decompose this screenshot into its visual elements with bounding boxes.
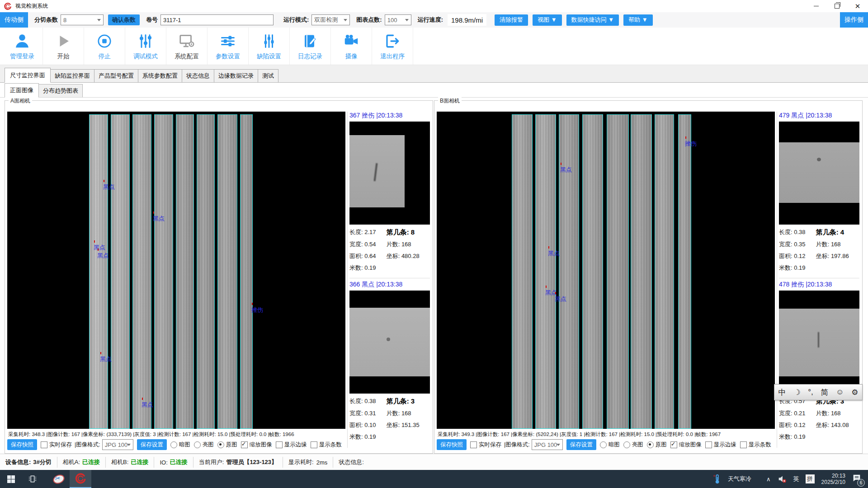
task-view-button[interactable]	[22, 470, 43, 488]
start-button[interactable]	[0, 470, 22, 488]
image-format-label: |图像格式:	[75, 441, 100, 449]
defect-thumbnail	[779, 291, 859, 394]
strip	[240, 114, 253, 429]
subtab-trend-chart[interactable]: 分布趋势图表	[38, 84, 83, 97]
zoom-image-checkbox[interactable]	[670, 441, 677, 448]
show-edge-checkbox[interactable]	[276, 441, 283, 448]
ime-emoji-button[interactable]: ☺	[836, 388, 844, 397]
defect-fields: 长度: 0.38 第几条: 3 宽度: 0.31 片数: 168 面积: 0.1…	[349, 394, 430, 441]
data-quick-access-button[interactable]: 数据快捷访问 ▼	[566, 14, 619, 26]
chart-points-select[interactable]: 100	[385, 14, 411, 25]
tab-size-monitor[interactable]: 尺寸监控界面	[5, 68, 51, 83]
zoom-image-label: 缩放图像	[250, 441, 272, 449]
camera-b-controls: 保存快照 实时保存 |图像格式: JPG 100 保存设置 暗图 亮图 原图 缩…	[437, 439, 771, 450]
field: 面积: 0.10	[349, 421, 387, 429]
image-format-select[interactable]: JPG 100	[102, 439, 133, 450]
show-edge-checkbox[interactable]	[705, 441, 712, 448]
snipping-tool-button[interactable]: ✂	[48, 470, 70, 488]
dark-image-radio[interactable]	[600, 441, 607, 448]
thermometer-icon[interactable]	[712, 473, 722, 485]
show-edge-label: 显示边缘	[714, 441, 736, 449]
slice-count-select[interactable]: 8	[61, 14, 104, 25]
camera-b-title: B面相机	[438, 97, 462, 105]
taskbar-time: 20:13	[821, 473, 845, 479]
tab-test[interactable]: 测试	[258, 69, 278, 82]
admin-login-button[interactable]: 管理登录	[2, 28, 43, 65]
realtime-save-checkbox[interactable]	[41, 441, 47, 448]
minimize-button[interactable]	[806, 0, 826, 12]
field: 坐标: 480.28	[387, 252, 430, 260]
taskbar-clock[interactable]: 20:13 2025/2/10	[821, 473, 845, 485]
chevron-down-icon	[557, 444, 560, 446]
chart-points-label: 图表点数:	[356, 16, 382, 24]
realtime-save-checkbox[interactable]	[470, 441, 477, 448]
parameter-settings-button[interactable]: 参数设置	[208, 28, 249, 65]
field: 长度: 0.38	[779, 228, 816, 237]
ime-punctuation-button[interactable]: °,	[808, 388, 813, 397]
ime-moon-icon[interactable]: ☽	[793, 388, 800, 397]
bright-image-radio[interactable]	[194, 441, 201, 448]
help-menu-button[interactable]: 帮助 ▼	[623, 14, 652, 26]
confirm-count-button[interactable]: 确认条数	[108, 14, 140, 25]
restore-button[interactable]	[826, 0, 847, 12]
show-count-checkbox[interactable]	[311, 441, 317, 448]
camera-a-panel: A面相机 黑点 黑点 黑点 黑点 挫伤 黑点 黑点 367	[5, 100, 433, 454]
field: 片数: 168	[387, 240, 430, 249]
language-indicator[interactable]: 英	[793, 475, 799, 483]
app-status-bar: 设备信息:3#分切 相机A:已连接 相机B:已连接 IO:已连接 当前用户:管理…	[0, 454, 868, 470]
ime-pinyin-indicator[interactable]: 拼	[806, 474, 815, 483]
ime-language-bar: 中 ☽ °, 简 ☺ ⚙	[774, 384, 863, 400]
system-config-button[interactable]: 系统配置	[166, 28, 208, 65]
volume-muted-icon[interactable]	[777, 474, 787, 484]
debug-mode-button[interactable]: 调试模式	[125, 28, 166, 65]
chevron-down-icon	[97, 19, 101, 21]
ribbon-label: 日志记录	[298, 52, 322, 61]
save-snapshot-button[interactable]: 保存快照	[437, 439, 467, 450]
dark-image-radio[interactable]	[170, 441, 177, 448]
subtab-front-image[interactable]: 正面图像	[5, 83, 39, 98]
defect-card-header: 479 黑点 |20:13:38	[779, 112, 859, 122]
tray-expand-chevron[interactable]: ∧	[766, 476, 771, 483]
tab-product-model-config[interactable]: 产品型号配置	[94, 69, 138, 82]
current-user-segment: 当前用户:管理员【123-123】	[193, 457, 283, 468]
camera-icon	[343, 32, 359, 51]
stop-button[interactable]: 停止	[84, 28, 125, 65]
save-snapshot-button[interactable]: 保存快照	[7, 439, 37, 450]
tab-defect-monitor[interactable]: 缺陷监控界面	[50, 69, 94, 82]
original-image-radio[interactable]	[217, 441, 224, 448]
display-time-segment: 显示耗时:2ms	[283, 457, 333, 468]
ime-settings-gear-icon[interactable]: ⚙	[851, 388, 858, 397]
defect-label: 黑点	[100, 355, 112, 363]
operator-side-button[interactable]: 操作侧	[840, 12, 868, 28]
roll-number-input[interactable]	[160, 14, 274, 25]
vision-app-taskbar-button[interactable]	[70, 470, 91, 488]
ime-simplified-button[interactable]: 简	[821, 387, 828, 398]
log-record-button[interactable]: 日志记录	[290, 28, 331, 65]
ime-mode-button[interactable]: 中	[778, 387, 786, 398]
original-image-radio[interactable]	[647, 441, 654, 448]
defect-card: 478 挫伤 |20:13:38 长度: 0.57 第几条: 3 宽度: 0.2…	[779, 281, 859, 448]
run-mode-select[interactable]: 双面检测	[311, 14, 350, 25]
capture-button[interactable]: 摄像	[331, 28, 372, 65]
image-format-select[interactable]: JPG 100	[532, 439, 563, 450]
show-count-checkbox[interactable]	[740, 441, 747, 448]
field: 面积: 0.12	[779, 421, 816, 429]
view-menu-button[interactable]: 视图 ▼	[533, 14, 561, 26]
exit-icon	[384, 32, 401, 51]
defect-settings-button[interactable]: 缺陷设置	[249, 28, 290, 65]
clear-alarm-button[interactable]: 清除报警	[495, 14, 528, 26]
tab-status-info[interactable]: 状态信息	[182, 69, 214, 82]
drive-side-button[interactable]: 传动侧	[0, 12, 28, 28]
weather-text[interactable]: 天气寒冷	[728, 475, 751, 483]
tab-edge-data-record[interactable]: 边缘数据记录	[214, 69, 258, 82]
save-settings-button[interactable]: 保存设置	[137, 439, 167, 450]
bright-image-radio[interactable]	[623, 441, 630, 448]
notification-center-button[interactable]: 6	[852, 473, 862, 485]
exit-program-button[interactable]: 退出程序	[372, 28, 413, 65]
close-button[interactable]: ✕	[847, 0, 868, 12]
strip	[512, 114, 533, 429]
start-button[interactable]: 开始	[43, 28, 84, 65]
zoom-image-checkbox[interactable]	[241, 441, 248, 448]
save-settings-button[interactable]: 保存设置	[566, 439, 596, 450]
tab-system-param-config[interactable]: 系统参数配置	[138, 69, 182, 82]
